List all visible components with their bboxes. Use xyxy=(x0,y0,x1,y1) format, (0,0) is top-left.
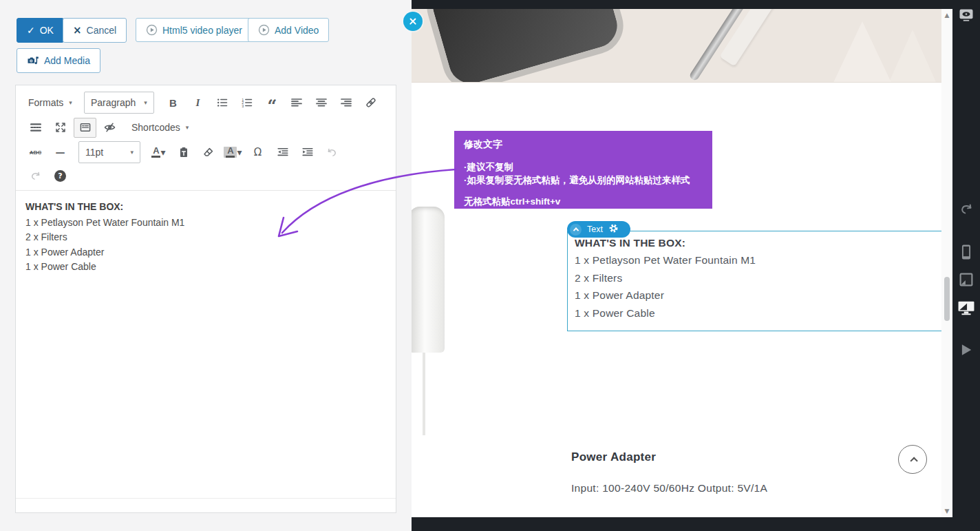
annotation-note: 修改文字 ·建议不复制 ·如果复制要无格式粘贴，避免从别的网站粘贴过来样式 无格… xyxy=(454,131,712,209)
toolbar-row-4: ? xyxy=(24,165,387,187)
x-icon: × xyxy=(73,24,82,37)
text-color-button[interactable]: A ▾ xyxy=(147,143,170,163)
eye-slash-icon xyxy=(104,122,116,133)
scrollbar-thumb[interactable] xyxy=(944,277,950,321)
cancel-button[interactable]: × Cancel xyxy=(63,18,127,43)
indent-button[interactable] xyxy=(296,143,319,163)
text-editor: Formats ▾ Paragraph ▾ B I 123 “ xyxy=(15,85,396,513)
editor-toolbar: Formats ▾ Paragraph ▾ B I 123 “ xyxy=(16,85,396,191)
undo-icon xyxy=(326,147,338,158)
collapse-chevron-button[interactable] xyxy=(570,224,582,236)
read-more-button[interactable] xyxy=(24,118,47,138)
editor-line: 1 x Power Adapter xyxy=(25,245,386,260)
preview-viewport: 修改文字 ·建议不复制 ·如果复制要无格式粘贴，避免从别的网站粘贴过来样式 无格… xyxy=(412,9,952,517)
product-image-fountain xyxy=(412,207,445,353)
strikethrough-button[interactable]: ABC xyxy=(24,143,47,163)
help-icon: ? xyxy=(54,170,66,182)
align-left-button[interactable] xyxy=(286,93,308,113)
outdent-icon xyxy=(277,147,288,158)
fullscreen-button[interactable] xyxy=(49,118,72,138)
align-right-icon xyxy=(341,97,352,108)
align-center-button[interactable] xyxy=(310,93,333,113)
chevron-down-icon: ▾ xyxy=(144,99,147,106)
desktop-preview-icon[interactable] xyxy=(958,301,974,318)
add-media-button[interactable]: Add Media xyxy=(17,48,100,73)
html5-video-player-button[interactable]: Html5 video player xyxy=(136,18,253,42)
undo-button[interactable] xyxy=(321,143,343,163)
toolbar-row-1: Formats ▾ Paragraph ▾ B I 123 “ xyxy=(24,90,387,115)
formats-dropdown[interactable]: Formats ▾ xyxy=(24,92,76,113)
product-image-cable xyxy=(423,353,425,435)
chevron-down-icon: ▾ xyxy=(69,99,72,106)
background-color-button[interactable]: A ▾ xyxy=(222,143,244,163)
add-video-button[interactable]: Add Video xyxy=(248,18,329,42)
preview-scrollbar[interactable]: ▲ ▼ xyxy=(941,9,952,517)
scroll-up-arrow[interactable]: ▲ xyxy=(941,12,952,19)
horizontal-rule-icon: — xyxy=(56,147,65,158)
blockquote-button[interactable]: “ xyxy=(261,93,284,113)
indent-icon xyxy=(302,147,313,158)
align-right-button[interactable] xyxy=(335,93,358,113)
gear-icon[interactable] xyxy=(608,223,619,236)
italic-button[interactable]: I xyxy=(187,93,209,113)
check-icon: ✓ xyxy=(27,25,35,36)
add-media-label: Add Media xyxy=(44,55,90,66)
chevron-down-icon: ▾ xyxy=(130,149,134,156)
numbered-list-icon: 123 xyxy=(242,97,253,108)
link-icon xyxy=(365,97,376,108)
builder-side-rail xyxy=(952,0,980,531)
media-icon xyxy=(27,55,39,67)
chevron-down-icon: ▾ xyxy=(160,147,165,158)
align-left-icon xyxy=(291,97,302,108)
bold-button[interactable]: B xyxy=(162,93,184,113)
special-character-button[interactable]: Ω xyxy=(246,143,269,163)
text-color-icon: A xyxy=(151,147,160,158)
annotation-bullet: ·如果复制要无格式粘贴，避免从别的网站粘贴过来样式 xyxy=(464,174,703,187)
text-element-badge[interactable]: Text xyxy=(567,221,630,238)
undo-icon[interactable] xyxy=(959,176,974,192)
ok-button[interactable]: ✓ OK xyxy=(17,18,64,43)
clear-formatting-button[interactable] xyxy=(197,143,220,163)
shortcodes-dropdown[interactable]: Shortcodes ▾ xyxy=(127,117,193,138)
paste-as-text-icon xyxy=(178,147,189,158)
toolbar-row-2: Shortcodes ▾ xyxy=(24,115,387,140)
close-panel-button[interactable] xyxy=(403,12,423,31)
editor-content[interactable]: WHAT'S IN THE BOX: 1 x Petlayson Pet Wat… xyxy=(16,191,396,498)
redo-icon[interactable] xyxy=(959,202,974,218)
preview-heading: WHAT'S IN THE BOX: xyxy=(575,234,935,251)
bullet-list-button[interactable] xyxy=(211,93,234,113)
paste-as-text-button[interactable] xyxy=(172,143,195,163)
ok-label: OK xyxy=(40,25,54,36)
product-photo-shape xyxy=(886,30,939,83)
preview-frame: 修改文字 ·建议不复制 ·如果复制要无格式粘贴，避免从别的网站粘贴过来样式 无格… xyxy=(412,0,980,531)
paragraph-style-dropdown[interactable]: Paragraph ▾ xyxy=(84,92,154,114)
play-circle-icon xyxy=(258,24,270,36)
horizontal-rule-button[interactable]: — xyxy=(49,143,72,163)
hide-invisible-button[interactable] xyxy=(98,118,121,138)
preview-monitor-icon[interactable] xyxy=(959,8,974,24)
font-size-dropdown[interactable]: 11pt ▾ xyxy=(78,141,140,163)
insert-link-button[interactable] xyxy=(360,93,383,113)
preview-line: 1 x Power Cable xyxy=(575,304,935,322)
tablet-preview-icon[interactable] xyxy=(959,273,973,289)
outdent-button[interactable] xyxy=(271,143,294,163)
help-button[interactable]: ? xyxy=(49,166,72,186)
svg-text:3: 3 xyxy=(242,104,244,108)
mobile-preview-icon[interactable] xyxy=(961,244,971,262)
scroll-down-arrow[interactable]: ▼ xyxy=(941,508,952,514)
redo-icon xyxy=(30,170,41,181)
play-preview-icon[interactable] xyxy=(960,343,972,360)
cancel-label: Cancel xyxy=(87,25,117,36)
editor-statusbar xyxy=(16,498,396,512)
preview-line: 1 x Power Adapter xyxy=(575,287,935,304)
text-element-label: Text xyxy=(587,225,603,234)
numbered-list-button[interactable]: 123 xyxy=(236,93,259,113)
editor-heading: WHAT'S IN THE BOX: xyxy=(25,200,386,215)
eraser-icon xyxy=(203,147,214,158)
toolbar-toggle-button[interactable] xyxy=(74,118,96,138)
scroll-to-top-button[interactable] xyxy=(898,445,927,474)
blockquote-icon: “ xyxy=(267,103,277,110)
selected-text-element[interactable]: WHAT'S IN THE BOX: 1 x Petlayson Pet Wat… xyxy=(567,231,942,331)
product-photo-shape xyxy=(420,9,630,83)
redo-button[interactable] xyxy=(24,166,47,186)
